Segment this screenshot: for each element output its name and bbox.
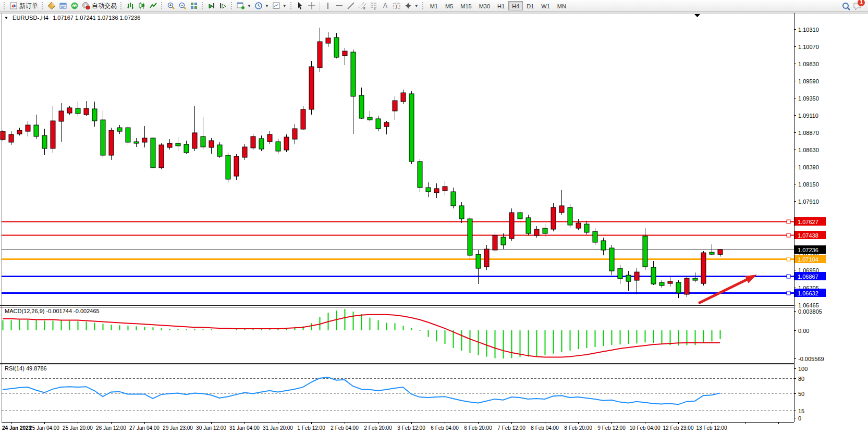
svg-text:1.07236: 1.07236: [798, 247, 818, 253]
axis-tick-label: 0.003805: [798, 308, 822, 315]
hline-handle[interactable]: [787, 220, 790, 224]
candle-body: [351, 52, 356, 96]
chart-symbol: EURUSD-,H4: [13, 15, 48, 21]
time-axis-label: 31 Jan 04:00: [229, 425, 260, 431]
collapse-triangle-icon: ▼: [4, 16, 8, 20]
candle-body: [559, 206, 564, 213]
candle-body: [67, 108, 72, 113]
price-label-box: 1.07438: [794, 231, 826, 239]
axis-tick-label: 1.10070: [798, 44, 819, 50]
svg-text:1.07438: 1.07438: [798, 232, 818, 239]
candle-body: [368, 117, 372, 120]
candle-body: [443, 187, 447, 191]
candle-body: [668, 281, 673, 283]
candle-body: [393, 101, 397, 111]
axis-tick-label: 1.09590: [798, 78, 819, 84]
candle-body: [451, 192, 456, 206]
candle-body: [92, 109, 97, 121]
candle-body: [493, 235, 497, 250]
candle-body: [126, 128, 130, 142]
time-axis-label: 13 Feb 12:00: [696, 425, 727, 431]
time-axis-label: 2 Feb 20:00: [364, 425, 392, 431]
candle-body: [142, 138, 147, 142]
hline-handle[interactable]: [787, 291, 790, 295]
candle-body: [676, 282, 681, 293]
candle-body: [401, 93, 406, 102]
candle-body: [217, 145, 222, 156]
time-axis-label: 29 Jan 23:00: [163, 425, 193, 431]
axis-tick-label: 1.09110: [798, 113, 818, 119]
candle-body: [584, 224, 589, 232]
time-axis-label: 31 Jan 20:00: [263, 425, 293, 431]
time-axis-label: 2 Feb 04:00: [331, 425, 359, 431]
candle-body: [276, 142, 280, 151]
axis-tick-label: 1.08630: [798, 147, 819, 153]
candle-body: [568, 207, 572, 225]
candle-body: [509, 213, 514, 239]
candle-body: [192, 133, 197, 148]
axis-tick-label: 1.07910: [798, 199, 819, 205]
hline-handle[interactable]: [787, 257, 790, 261]
candle-body: [117, 128, 122, 131]
time-axis-label: 8 Feb 04:00: [531, 425, 559, 431]
candle-body: [543, 228, 547, 233]
candle-body: [459, 206, 464, 219]
candle-body: [376, 119, 381, 129]
axis-tick-label: 15: [798, 408, 804, 414]
candle-body: [518, 213, 522, 219]
candle-body: [468, 219, 472, 255]
candle-body: [701, 253, 706, 283]
candle-body: [326, 38, 331, 43]
axis-tick-label: 1.06465: [798, 302, 819, 308]
candle-body: [34, 125, 39, 137]
axis-tick-label: 1.09350: [798, 95, 819, 102]
candle-body: [684, 278, 689, 294]
candle-body: [209, 141, 214, 147]
candle-body: [576, 223, 581, 228]
rsi-indicator-label: RSI(14) 49.8786: [5, 365, 47, 371]
time-axis-label: 8 Feb 20:00: [564, 425, 592, 431]
candle-body: [693, 278, 698, 280]
chart-canvas[interactable]: 1.103101.100701.098301.095901.093501.091…: [0, 0, 868, 434]
candle-body: [526, 218, 531, 233]
candle-body: [501, 237, 506, 245]
axis-tick-label: 1.09830: [798, 61, 819, 67]
candle-body: [476, 254, 481, 268]
candle-body: [42, 135, 47, 148]
time-axis-label: 25 Jan 04:00: [29, 425, 59, 431]
axis-tick-label: 100: [798, 366, 808, 372]
candle-body: [609, 248, 614, 271]
axis-tick-label: 80: [798, 376, 804, 382]
axis-tick-label: 1.08870: [798, 130, 819, 136]
candle-body: [101, 120, 105, 155]
time-axis-label: 6 Feb 04:00: [431, 425, 459, 431]
hline-handle[interactable]: [787, 233, 790, 237]
candle-body: [710, 252, 714, 254]
candle-body: [134, 142, 139, 143]
candle-body: [251, 137, 255, 148]
candle-body: [484, 249, 489, 267]
candle-body: [184, 144, 189, 153]
candle-body: [176, 143, 180, 146]
time-axis-label: 6 Feb 20:00: [464, 425, 492, 431]
hline-handle[interactable]: [787, 275, 790, 278]
candle-body: [167, 143, 172, 147]
candle-body: [593, 231, 597, 242]
candle-body: [159, 145, 164, 168]
candle-body: [659, 282, 664, 286]
time-axis-label: 27 Jan 04:00: [129, 425, 160, 431]
candle-body: [242, 147, 247, 157]
axis-tick-label: 50: [798, 391, 804, 397]
candle-body: [151, 138, 155, 168]
axis-tick-label: 1.08390: [798, 164, 819, 170]
candle-body: [9, 134, 14, 142]
candle-body: [343, 51, 347, 56]
chart-header: ▼ EURUSD-,H4 1.07167 1.07241 1.07136 1.0…: [4, 15, 140, 21]
svg-text:1.06632: 1.06632: [798, 290, 818, 296]
time-axis-label: 26 Jan 12:00: [96, 425, 126, 431]
candle-body: [418, 162, 422, 188]
time-axis-label: 24 Jan 2023: [2, 425, 32, 431]
mt4-window: 新订单 自动交易: [0, 0, 868, 434]
axis-tick-label: 1.10310: [798, 27, 819, 33]
candle-body: [551, 207, 556, 229]
